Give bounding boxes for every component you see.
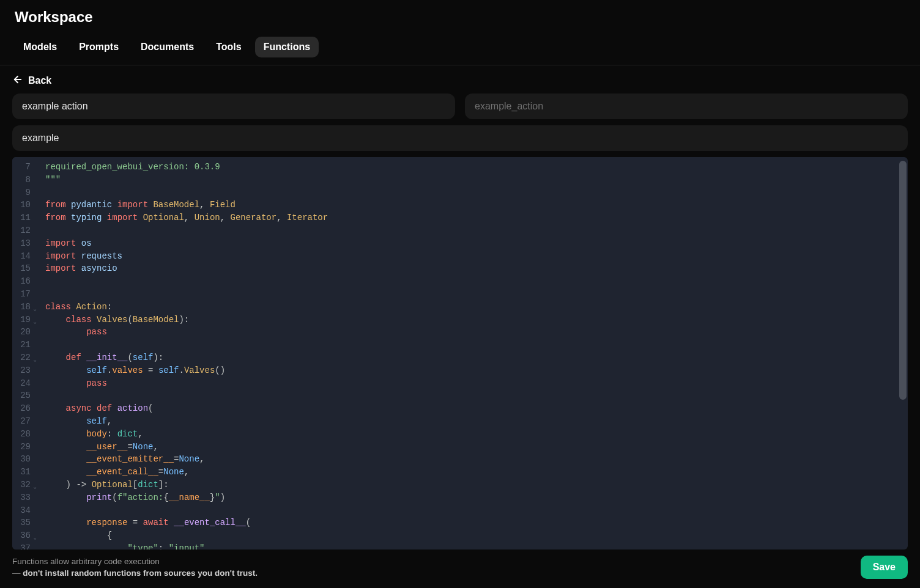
tab-prompts[interactable]: Prompts bbox=[70, 37, 127, 57]
function-name-input[interactable] bbox=[12, 94, 455, 119]
arrow-left-icon bbox=[12, 74, 23, 87]
editor-scrollbar[interactable] bbox=[899, 161, 907, 546]
tab-tools[interactable]: Tools bbox=[207, 37, 250, 57]
page-title: Workspace bbox=[15, 9, 905, 26]
editor-code[interactable]: required_open_webui_version: 0.3.9"""fro… bbox=[39, 157, 908, 549]
save-button[interactable]: Save bbox=[861, 556, 908, 579]
tab-documents[interactable]: Documents bbox=[132, 37, 202, 57]
footer-warning-line1: Functions allow arbitrary code execution bbox=[12, 557, 160, 566]
back-label: Back bbox=[28, 75, 51, 86]
workspace-tabs: ModelsPromptsDocumentsToolsFunctions bbox=[0, 26, 920, 65]
function-description-input[interactable] bbox=[12, 125, 908, 151]
back-button[interactable]: Back bbox=[0, 65, 920, 94]
function-id-input[interactable] bbox=[465, 94, 908, 119]
footer-warning-strong: don't install random functions from sour… bbox=[23, 568, 258, 578]
tab-models[interactable]: Models bbox=[15, 37, 65, 57]
footer-warning-prefix: — bbox=[12, 568, 23, 578]
footer-warning: Functions allow arbitrary code execution… bbox=[12, 556, 258, 579]
editor-scrollbar-thumb[interactable] bbox=[899, 161, 907, 400]
code-editor[interactable]: 789101112131415161718⌄19⌄202122⌄23242526… bbox=[12, 157, 908, 549]
editor-gutter: 789101112131415161718⌄19⌄202122⌄23242526… bbox=[12, 157, 39, 549]
tab-functions[interactable]: Functions bbox=[255, 37, 319, 57]
